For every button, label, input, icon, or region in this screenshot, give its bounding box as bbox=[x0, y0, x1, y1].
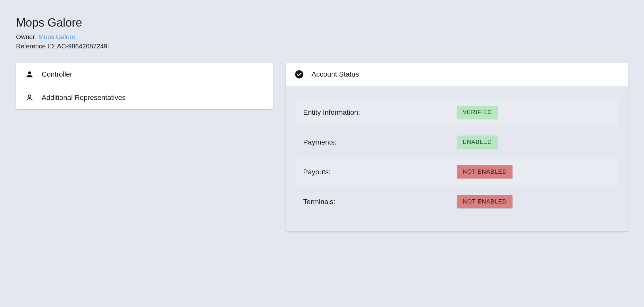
list-item-representatives[interactable]: Additional Representatives bbox=[16, 86, 273, 109]
list-item-label: Controller bbox=[42, 70, 72, 79]
page-container: Mops Galore Owner: Mops Galore Reference… bbox=[6, 6, 638, 241]
status-label: Entity Information: bbox=[303, 108, 457, 117]
reference-label: Reference ID: bbox=[16, 43, 57, 50]
check-circle-icon bbox=[295, 70, 304, 79]
status-badge-enabled: ENABLED bbox=[457, 136, 498, 149]
left-panel: Controller Additional Representatives bbox=[16, 63, 273, 109]
svg-point-0 bbox=[28, 95, 31, 97]
owner-link[interactable]: Mops Galore bbox=[38, 33, 75, 40]
reference-line: Reference ID: AC-98642087249i bbox=[16, 43, 628, 50]
status-row-terminals: Terminals: NOT ENABLED bbox=[295, 188, 618, 215]
content-area: Controller Additional Representatives bbox=[16, 63, 628, 231]
status-body: Entity Information: VERIFIED Payments: E… bbox=[286, 86, 628, 231]
right-panel: Account Status Entity Information: VERIF… bbox=[286, 63, 628, 231]
person-filled-icon bbox=[25, 70, 34, 79]
reference-value: AC-98642087249i bbox=[57, 43, 109, 50]
status-row-entity: Entity Information: VERIFIED bbox=[295, 99, 618, 126]
status-badge-not-enabled: NOT ENABLED bbox=[457, 195, 513, 208]
status-badge-verified: VERIFIED bbox=[457, 106, 498, 119]
panel-title: Account Status bbox=[311, 70, 359, 79]
status-badge-not-enabled: NOT ENABLED bbox=[457, 165, 513, 178]
status-label: Payments: bbox=[303, 138, 457, 146]
status-row-payments: Payments: ENABLED bbox=[295, 129, 618, 156]
panel-header: Account Status bbox=[286, 63, 628, 86]
list-item-label: Additional Representatives bbox=[42, 94, 126, 102]
list-item-controller[interactable]: Controller bbox=[16, 63, 273, 86]
status-label: Payouts: bbox=[303, 168, 457, 176]
person-outline-icon bbox=[25, 93, 34, 102]
owner-line: Owner: Mops Galore bbox=[16, 33, 628, 41]
page-title: Mops Galore bbox=[16, 16, 628, 29]
page-header: Mops Galore Owner: Mops Galore Reference… bbox=[16, 16, 628, 50]
status-label: Terminals: bbox=[303, 198, 457, 206]
owner-label: Owner: bbox=[16, 33, 38, 40]
status-row-payouts: Payouts: NOT ENABLED bbox=[295, 158, 618, 186]
